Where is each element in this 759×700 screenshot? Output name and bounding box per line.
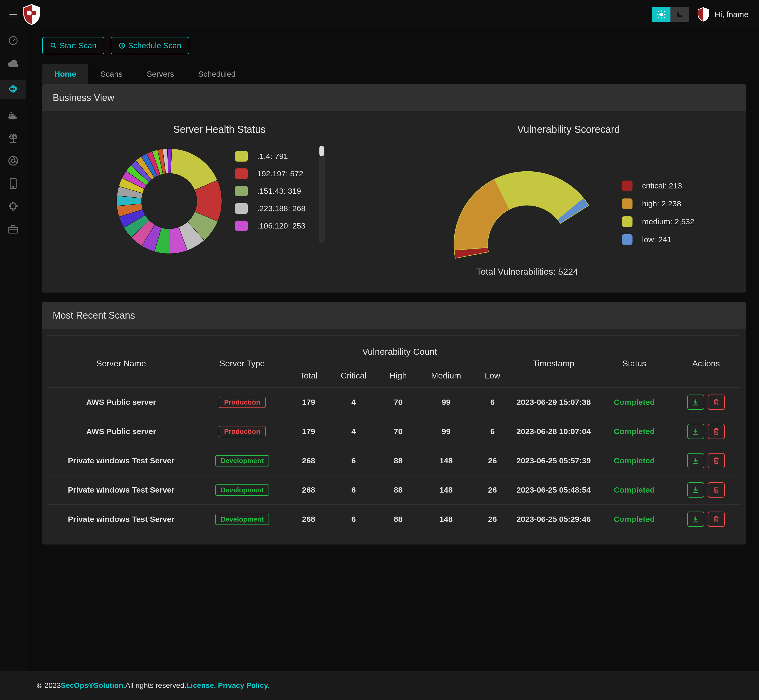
cell-server-type: Development xyxy=(195,446,289,475)
svg-point-22 xyxy=(11,159,15,162)
delete-button[interactable] xyxy=(708,512,725,527)
menu-toggle-icon[interactable] xyxy=(5,11,21,18)
cell-total: 179 xyxy=(289,417,328,446)
legend-item[interactable]: .106.120: 253 xyxy=(235,220,306,231)
tab-home[interactable]: Home xyxy=(42,64,88,84)
top-bar: Hi, fname xyxy=(0,0,759,29)
svg-point-0 xyxy=(27,11,32,15)
table-row[interactable]: Private windows Test ServerDevelopment26… xyxy=(47,505,740,534)
greeting-text: Hi, fname xyxy=(715,10,748,19)
app-logo[interactable] xyxy=(21,4,42,25)
theme-toggle[interactable] xyxy=(652,7,689,22)
legend-item[interactable]: .1.4: 791 xyxy=(235,151,306,162)
cell-critical: 6 xyxy=(328,505,379,534)
legend-item[interactable]: 192.197: 572 xyxy=(235,169,306,179)
sidebar-item-toolbox[interactable] xyxy=(7,222,19,235)
svg-point-2 xyxy=(659,12,663,16)
user-menu[interactable]: Hi, fname xyxy=(697,7,748,22)
cell-critical: 4 xyxy=(328,417,379,446)
sidebar-item-mobile[interactable] xyxy=(7,177,19,190)
cell-timestamp: 2023-06-25 05:48:54 xyxy=(510,475,597,505)
table-row[interactable]: Private windows Test ServerDevelopment26… xyxy=(47,446,740,475)
cell-medium: 99 xyxy=(417,417,475,446)
cell-medium: 148 xyxy=(417,505,475,534)
delete-button[interactable] xyxy=(708,395,725,410)
schedule-scan-button[interactable]: Schedule Scan xyxy=(111,37,189,54)
legend-scrollbar[interactable] xyxy=(319,146,325,243)
svg-point-1 xyxy=(32,11,36,15)
cell-status: Completed xyxy=(597,505,672,534)
cell-total: 268 xyxy=(289,475,328,505)
legend-item[interactable]: .223.188: 268 xyxy=(235,203,306,214)
tab-scans[interactable]: Scans xyxy=(88,64,134,84)
svg-line-7 xyxy=(658,11,659,12)
legend-item[interactable]: .151.43: 319 xyxy=(235,186,306,196)
cell-medium: 99 xyxy=(417,388,475,417)
table-row[interactable]: Private windows Test ServerDevelopment26… xyxy=(47,475,740,505)
legend-item[interactable]: low: 241 xyxy=(622,234,694,245)
tab-servers[interactable]: Servers xyxy=(135,64,186,84)
cell-high: 88 xyxy=(379,475,417,505)
svg-line-10 xyxy=(664,11,665,12)
footer-license-link[interactable]: License. xyxy=(186,681,216,690)
download-button[interactable] xyxy=(687,482,704,498)
delete-button[interactable] xyxy=(708,453,725,468)
legend-item[interactable]: critical: 213 xyxy=(622,181,694,191)
vulnerability-legend: critical: 213high: 2,238medium: 2,532low… xyxy=(622,181,694,245)
legend-label: 192.197: 572 xyxy=(257,169,303,178)
col-total: Total xyxy=(289,364,328,388)
footer-privacy-link[interactable]: Privacy Policy. xyxy=(218,681,270,690)
sidebar-item-dashboard[interactable] xyxy=(7,34,19,47)
download-button[interactable] xyxy=(687,424,704,439)
cell-actions xyxy=(672,446,740,475)
cell-low: 26 xyxy=(475,505,510,534)
cell-timestamp: 2023-06-29 15:07:38 xyxy=(510,388,597,417)
cell-status: Completed xyxy=(597,475,672,505)
cell-server-name: Private windows Test Server xyxy=(47,446,195,475)
cell-timestamp: 2023-06-28 10:07:04 xyxy=(510,417,597,446)
svg-rect-13 xyxy=(9,114,10,115)
col-actions: Actions xyxy=(672,340,740,388)
server-type-tag: Development xyxy=(215,455,269,467)
col-high: High xyxy=(379,364,417,388)
legend-item[interactable]: high: 2,238 xyxy=(622,198,694,209)
col-group-vuln-count: Vulnerability Count xyxy=(289,340,510,364)
svg-point-25 xyxy=(51,43,55,47)
delete-button[interactable] xyxy=(708,424,725,439)
download-button[interactable] xyxy=(687,512,704,527)
svg-point-21 xyxy=(9,156,17,165)
server-type-tag: Production xyxy=(219,426,265,437)
cell-status: Completed xyxy=(597,417,672,446)
footer-brand[interactable]: SecOps®Solution. xyxy=(61,681,125,690)
legend-label: critical: 213 xyxy=(642,181,682,190)
cell-actions xyxy=(672,505,740,534)
table-row[interactable]: AWS Public serverProduction1794709962023… xyxy=(47,388,740,417)
legend-item[interactable]: medium: 2,532 xyxy=(622,216,694,227)
cell-medium: 148 xyxy=(417,475,475,505)
svg-line-26 xyxy=(54,46,56,48)
sidebar-item-cloud[interactable] xyxy=(7,57,19,70)
legend-swatch xyxy=(622,181,632,191)
col-low: Low xyxy=(475,364,510,388)
start-scan-button[interactable]: Start Scan xyxy=(42,37,105,54)
sidebar-item-browser[interactable] xyxy=(7,155,19,167)
table-row[interactable]: AWS Public serverProduction1794709962023… xyxy=(47,417,740,446)
dark-mode-button[interactable] xyxy=(670,7,689,22)
sidebar-item-scan[interactable] xyxy=(0,80,27,99)
delete-button[interactable] xyxy=(708,482,725,498)
tab-scheduled[interactable]: Scheduled xyxy=(186,64,248,84)
sidebar-item-plugins[interactable] xyxy=(7,200,19,212)
cell-medium: 148 xyxy=(417,446,475,475)
cell-server-name: Private windows Test Server xyxy=(47,505,195,534)
server-type-tag: Development xyxy=(215,484,269,496)
sidebar-item-compliance[interactable] xyxy=(7,132,19,144)
light-mode-button[interactable] xyxy=(652,7,670,22)
download-button[interactable] xyxy=(687,453,704,468)
cell-high: 70 xyxy=(379,417,417,446)
download-button[interactable] xyxy=(687,395,704,410)
legend-label: medium: 2,532 xyxy=(642,217,694,226)
cell-actions xyxy=(672,475,740,505)
sidebar-item-containers[interactable] xyxy=(7,109,19,122)
cell-high: 88 xyxy=(379,505,417,534)
schedule-scan-label: Schedule Scan xyxy=(128,41,181,50)
